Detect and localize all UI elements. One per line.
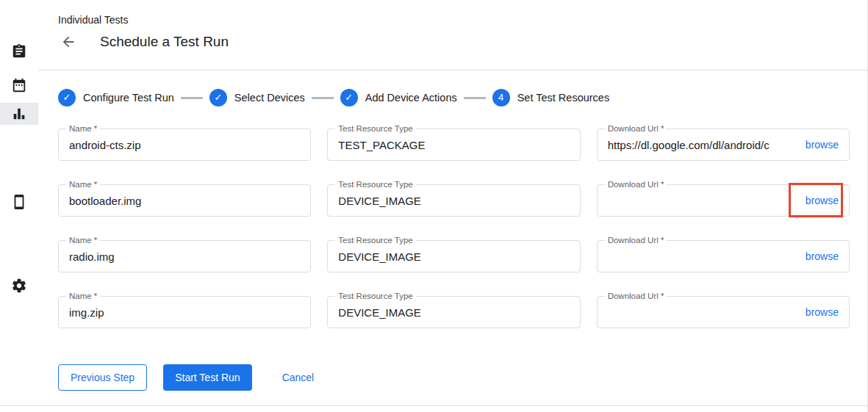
step-label: Configure Test Run — [83, 92, 174, 104]
step-configure-test-run[interactable]: ✓ Configure Test Run — [58, 89, 174, 106]
sidebar-item-devices[interactable] — [0, 191, 38, 213]
schedule-test-run-page: Individual Tests Schedule a Test Run ✓ C… — [0, 0, 868, 412]
stepper: ✓ Configure Test Run ✓ Select Devices ✓ … — [58, 89, 850, 106]
download-url-field-1[interactable]: Download Url * https://dl.google.com/dl/… — [597, 129, 850, 161]
step-select-devices[interactable]: ✓ Select Devices — [209, 89, 305, 106]
bottom-divider — [0, 405, 867, 406]
field-label: Download Url * — [605, 124, 667, 133]
main-content: Individual Tests Schedule a Test Run ✓ C… — [38, 0, 867, 412]
resource-type-field-1[interactable]: Test Resource Type TEST_PACKAGE — [327, 129, 580, 161]
field-label: Download Url * — [605, 236, 667, 245]
field-value: DEVICE_IMAGE — [338, 306, 569, 319]
calendar-icon — [11, 77, 27, 93]
smartphone-icon — [11, 194, 27, 210]
field-label: Test Resource Type — [335, 180, 415, 189]
field-label: Download Url * — [605, 292, 667, 300]
step-number-badge: 4 — [492, 89, 510, 106]
sidebar-item-test-runs[interactable] — [0, 103, 38, 125]
resource-type-field-4[interactable]: Test Resource Type DEVICE_IMAGE — [327, 296, 580, 328]
test-resources-form: Name * android-cts.zip Test Resource Typ… — [58, 129, 850, 328]
download-url-field-4[interactable]: Download Url * browse — [597, 296, 850, 328]
step-add-device-actions[interactable]: ✓ Add Device Actions — [340, 89, 457, 106]
browse-button[interactable]: browse — [806, 250, 839, 262]
page-title: Schedule a Test Run — [100, 34, 229, 50]
arrow-back-icon — [60, 34, 76, 50]
sidebar-item-settings[interactable] — [0, 275, 38, 297]
resource-type-field-2[interactable]: Test Resource Type DEVICE_IMAGE — [327, 184, 580, 217]
resource-name-field-3[interactable]: Name * radio.img — [58, 240, 311, 272]
step-connector — [181, 97, 203, 99]
actions-row: Previous Step Start Test Run Cancel — [58, 364, 850, 391]
cancel-button[interactable]: Cancel — [279, 364, 318, 391]
header-divider — [38, 70, 867, 71]
download-url-field-2[interactable]: Download Url * browse — [597, 184, 850, 217]
previous-step-button[interactable]: Previous Step — [58, 364, 147, 391]
title-row: Schedule a Test Run — [58, 33, 850, 51]
browse-button[interactable]: browse — [806, 306, 839, 318]
assignment-icon — [11, 43, 27, 59]
browse-button[interactable]: browse — [806, 195, 839, 206]
field-label: Download Url * — [605, 180, 667, 189]
field-value: img.zip — [69, 306, 300, 319]
step-set-test-resources[interactable]: 4 Set Test Resources — [492, 89, 609, 106]
sidebar-item-tests[interactable] — [0, 40, 38, 62]
field-label: Test Resource Type — [335, 292, 415, 300]
step-complete-icon: ✓ — [340, 89, 358, 106]
bar-chart-icon — [11, 106, 27, 122]
section-label: Individual Tests — [58, 0, 850, 26]
step-connector — [312, 97, 334, 99]
start-test-run-button[interactable]: Start Test Run — [163, 364, 251, 391]
field-value: android-cts.zip — [69, 139, 300, 151]
field-value: TEST_PACKAGE — [338, 139, 569, 151]
back-button[interactable] — [60, 33, 77, 51]
sidebar-item-schedules[interactable] — [0, 74, 38, 96]
step-complete-icon: ✓ — [209, 89, 227, 106]
browse-button[interactable]: browse — [806, 139, 839, 151]
resource-name-field-4[interactable]: Name * img.zip — [58, 296, 311, 328]
field-label: Name * — [66, 180, 100, 189]
resource-name-field-2[interactable]: Name * bootloader.img — [58, 184, 311, 217]
step-connector — [464, 97, 486, 99]
step-label: Set Test Resources — [517, 92, 609, 104]
field-value: DEVICE_IMAGE — [338, 250, 569, 263]
field-label: Test Resource Type — [335, 124, 415, 133]
field-value: DEVICE_IMAGE — [338, 195, 569, 207]
gear-icon — [11, 278, 27, 294]
field-label: Name * — [66, 236, 100, 245]
field-value: bootloader.img — [69, 195, 300, 207]
resource-name-field-1[interactable]: Name * android-cts.zip — [58, 129, 311, 161]
field-label: Name * — [66, 124, 100, 133]
field-value: https://dl.google.com/dl/android/c — [608, 139, 797, 151]
step-label: Add Device Actions — [365, 92, 457, 104]
field-value: radio.img — [69, 250, 300, 263]
download-url-field-3[interactable]: Download Url * browse — [597, 240, 850, 272]
field-label: Test Resource Type — [335, 236, 415, 245]
field-label: Name * — [66, 292, 100, 300]
resource-type-field-3[interactable]: Test Resource Type DEVICE_IMAGE — [327, 240, 580, 272]
step-complete-icon: ✓ — [58, 89, 76, 106]
step-label: Select Devices — [234, 92, 305, 104]
sidebar — [0, 0, 38, 412]
